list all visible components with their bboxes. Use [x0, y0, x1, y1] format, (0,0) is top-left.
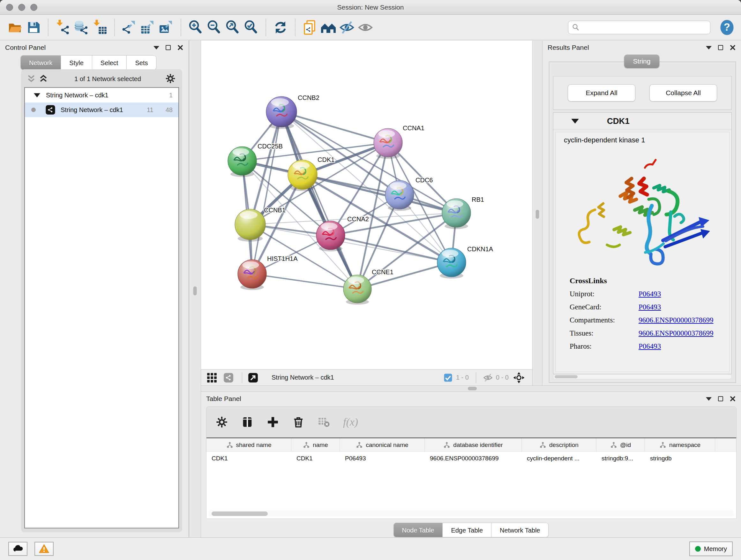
string-style-button[interactable]: [221, 371, 235, 384]
create-column-button[interactable]: [266, 416, 279, 428]
left-splitter[interactable]: [189, 41, 201, 537]
network-options-button[interactable]: [164, 73, 177, 85]
results-panel-float-button[interactable]: [718, 45, 723, 50]
detach-view-button[interactable]: [246, 371, 260, 384]
open-session-button[interactable]: [6, 17, 24, 37]
network-canvas[interactable]: CCNB2CCNA1CDC25BCDK1CDC6RB1CCNB1CCNA2CDK…: [201, 41, 532, 369]
crosslink-value[interactable]: 9606.ENSP00000378699: [638, 329, 714, 337]
tab-style[interactable]: Style: [61, 55, 92, 70]
column-header-name[interactable]: name: [291, 438, 340, 451]
column-header-namespace[interactable]: namespace: [645, 438, 715, 451]
table-panel-menu-button[interactable]: [706, 397, 712, 401]
tab-network[interactable]: Network: [20, 55, 61, 70]
help-button[interactable]: ?: [719, 19, 735, 36]
table-options-button[interactable]: [215, 416, 228, 428]
zoom-selected-button[interactable]: [242, 17, 260, 37]
export-image-button[interactable]: [157, 17, 176, 37]
hide-selected-button[interactable]: [338, 17, 356, 37]
cloud-status-button[interactable]: [8, 542, 27, 556]
table-cell[interactable]: CDK1: [206, 455, 291, 462]
splitter-grip[interactable]: [468, 387, 477, 390]
import-network-from-database-button[interactable]: [72, 17, 91, 37]
export-network-button[interactable]: [120, 17, 138, 37]
show-hidden-button[interactable]: [356, 17, 375, 37]
table-cell[interactable]: stringdb:9...: [596, 455, 645, 462]
network-edge[interactable]: [252, 274, 357, 289]
collapse-all-networks-button[interactable]: [27, 74, 36, 83]
network-edge[interactable]: [252, 112, 281, 274]
tab-network-table[interactable]: Network Table: [491, 523, 549, 537]
network-node-ccna2[interactable]: [316, 221, 345, 251]
delete-column-button[interactable]: [292, 416, 305, 428]
zoom-out-button[interactable]: [205, 17, 223, 37]
tree-expand-icon[interactable]: [34, 93, 40, 98]
tab-select[interactable]: Select: [92, 55, 127, 70]
hidden-eye-slash-icon[interactable]: [483, 373, 493, 382]
table-cell[interactable]: CDK1: [291, 455, 340, 462]
search-input[interactable]: [568, 21, 711, 34]
column-header--id[interactable]: @id: [596, 438, 645, 451]
table-row[interactable]: CDK1CDK1P064939606.ENSP00000378699cyclin…: [206, 452, 736, 465]
crosslink-value[interactable]: 9606.ENSP00000378699: [638, 316, 714, 324]
memory-button[interactable]: Memory: [689, 542, 733, 556]
network-node-ccne1[interactable]: [343, 275, 372, 305]
results-panel-close-button[interactable]: [730, 44, 736, 51]
crosslink-value[interactable]: P06493: [638, 290, 661, 298]
import-network-from-file-button[interactable]: [54, 17, 72, 37]
first-neighbors-button[interactable]: [319, 17, 338, 37]
tab-string[interactable]: String: [624, 55, 660, 68]
network-node-hist1h1a[interactable]: [238, 260, 266, 290]
zoom-in-button[interactable]: [186, 17, 205, 37]
selected-checkbox-icon[interactable]: [443, 373, 453, 382]
control-panel-close-button[interactable]: [177, 44, 184, 51]
tab-sets[interactable]: Sets: [127, 55, 156, 70]
gene-entry-header[interactable]: CDK1: [553, 113, 731, 130]
crosslink-value[interactable]: P06493: [638, 342, 661, 351]
table-cell[interactable]: cyclin-dependent ...: [522, 455, 596, 462]
network-collection-row[interactable]: String Network – cdk1 1: [25, 88, 179, 103]
column-header-database-identifier[interactable]: database identifier: [425, 438, 522, 451]
bottom-splitter[interactable]: [201, 385, 741, 392]
warnings-button[interactable]: [35, 542, 54, 556]
tab-node-table[interactable]: Node Table: [394, 523, 443, 537]
expand-all-button[interactable]: Expand All: [568, 84, 635, 102]
network-edge[interactable]: [281, 112, 388, 143]
expand-all-networks-button[interactable]: [39, 74, 48, 83]
zoom-fit-button[interactable]: [223, 17, 242, 37]
right-splitter[interactable]: [532, 41, 542, 385]
table-panel-close-button[interactable]: [730, 395, 736, 402]
apply-preferred-layout-button[interactable]: [271, 17, 290, 37]
table-cell[interactable]: P06493: [340, 455, 425, 462]
splitter-grip[interactable]: [536, 210, 539, 219]
show-columns-button[interactable]: [241, 416, 254, 428]
column-header-canonical-name[interactable]: canonical name: [340, 438, 425, 451]
tab-edge-table[interactable]: Edge Table: [443, 523, 491, 537]
table-cell[interactable]: 9606.ENSP00000378699: [425, 455, 522, 462]
collapse-all-button[interactable]: Collapse All: [650, 84, 717, 102]
scrollbar-thumb[interactable]: [212, 511, 268, 516]
table-panel-float-button[interactable]: [718, 396, 723, 401]
table-cell[interactable]: stringdb: [645, 455, 715, 462]
navigator-button[interactable]: [512, 371, 526, 384]
network-node-ccnb1[interactable]: [235, 209, 266, 242]
export-table-button[interactable]: [138, 17, 157, 37]
results-panel-menu-button[interactable]: [706, 46, 712, 50]
import-table-from-file-button[interactable]: [91, 17, 109, 37]
save-session-button[interactable]: [24, 17, 43, 37]
collapse-entry-icon[interactable]: [571, 119, 579, 124]
control-panel-menu-button[interactable]: [153, 46, 159, 50]
crosslink-value[interactable]: P06493: [638, 303, 661, 311]
results-scrollbar[interactable]: [553, 374, 732, 379]
network-edge[interactable]: [357, 262, 452, 289]
control-panel-float-button[interactable]: [165, 45, 171, 50]
column-header-description[interactable]: description: [522, 438, 596, 451]
new-network-from-selection-button[interactable]: [300, 17, 319, 37]
network-node-cdkn1a[interactable]: [437, 248, 466, 278]
network-node-cdc6[interactable]: [385, 180, 414, 211]
network-node-rb1[interactable]: [442, 199, 471, 229]
birdseye-view-button[interactable]: [205, 371, 219, 384]
scrollbar-thumb[interactable]: [555, 375, 578, 378]
table-scrollbar[interactable]: [208, 510, 734, 517]
network-row-selected[interactable]: String Network – cdk1 11 48: [25, 103, 179, 117]
network-edge[interactable]: [357, 213, 456, 289]
